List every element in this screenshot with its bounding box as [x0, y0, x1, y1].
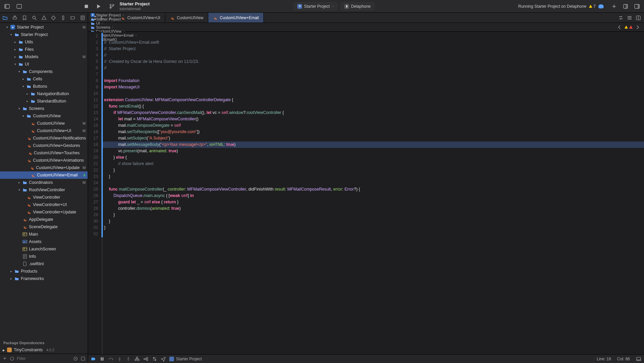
code-line[interactable]: guard let _ = self else { return }: [104, 199, 360, 205]
package-tinyconstraints[interactable]: ▸TinyConstraints4.0.2: [0, 346, 88, 354]
code-line[interactable]: // CustomUIView+Email.swift: [104, 39, 360, 46]
toggle-debug-area-button[interactable]: [636, 356, 641, 362]
stop-button[interactable]: [83, 3, 90, 10]
debug-process-chip[interactable]: Starter Project: [169, 357, 202, 361]
file-customuiview-update[interactable]: CustomUIView+UpdateM: [0, 164, 88, 171]
code-line[interactable]: mail.setMessageBody("<p>Your message!</p…: [101, 142, 644, 148]
jump-bar[interactable]: AStarter Project›Starter Project›UI›Scre…: [88, 23, 644, 32]
jump-seg-2[interactable]: UI›: [91, 21, 137, 25]
code-line[interactable]: // Created by Oscar de la Hera Gomez on …: [104, 58, 360, 65]
report-navigator-tab[interactable]: [79, 14, 86, 22]
debug-view-button[interactable]: [134, 356, 140, 362]
code-line[interactable]: }: [104, 167, 360, 173]
file-tree[interactable]: ▾AStarter ProjectM▾Starter Project▸Utils…: [0, 23, 88, 338]
file-viewcontroller-update[interactable]: ViewController+Update: [0, 208, 88, 216]
code-line[interactable]: extension CustomUIView: MFMailComposeVie…: [104, 97, 360, 103]
code-line[interactable]: // Starter Project: [104, 46, 360, 52]
environment-overrides-button[interactable]: [152, 356, 157, 362]
step-over-button[interactable]: [108, 356, 114, 362]
folder-buttons[interactable]: ▾Buttons: [0, 83, 88, 90]
folder-files[interactable]: ▸Files: [0, 46, 88, 53]
editor-swap-button[interactable]: [617, 14, 625, 22]
folder-models[interactable]: ▸ModelsM: [0, 53, 88, 61]
folder-standardbutton[interactable]: ▸StandardButton: [0, 97, 88, 105]
editor-options-button[interactable]: [626, 14, 633, 22]
run-button[interactable]: [95, 3, 102, 10]
code-line[interactable]: } else {: [104, 154, 360, 161]
file-scenedelegate[interactable]: SceneDelegate: [0, 223, 88, 231]
memory-graph-button[interactable]: [143, 356, 148, 362]
file-main[interactable]: Main: [0, 231, 88, 238]
jump-seg-3[interactable]: Screens›: [91, 25, 137, 29]
file-starter-project[interactable]: ▾AStarter ProjectM: [0, 24, 88, 31]
folder-navigationbutton[interactable]: ▸NavigationButton: [0, 90, 88, 97]
code-line[interactable]: [104, 71, 360, 78]
file-appdelegate[interactable]: AppDelegate: [0, 216, 88, 223]
file-info[interactable]: Info: [0, 253, 88, 260]
file-customuiview-notifications[interactable]: CustomUIView+Notifications: [0, 134, 88, 142]
code-line[interactable]: //: [104, 65, 360, 71]
code-line[interactable]: }: [104, 218, 360, 225]
code-line[interactable]: }: [104, 173, 360, 180]
code-line[interactable]: }: [104, 212, 360, 218]
scheme-selector[interactable]: ⚙︎ Starter Project ›: [294, 2, 337, 10]
folder-screens[interactable]: ▾Screens: [0, 105, 88, 112]
code-line[interactable]: //: [104, 33, 360, 39]
file-customuiview-email[interactable]: CustomUIView+EmailA: [0, 171, 88, 179]
file-viewcontroller[interactable]: ViewController: [0, 194, 88, 201]
scm-filter-button[interactable]: [80, 356, 86, 361]
folder-ui[interactable]: ▾UI: [0, 61, 88, 68]
editor-tab-customuiview-email[interactable]: CustomUIView+Email: [208, 13, 264, 23]
jump-seg-1[interactable]: Starter Project›: [91, 17, 137, 21]
step-into-button[interactable]: [117, 356, 122, 362]
breakpoint-navigator-tab[interactable]: [70, 14, 76, 22]
editor-tab-customuiview[interactable]: CustomUIView: [165, 13, 208, 23]
prev-issue-button[interactable]: [616, 24, 623, 31]
code-line[interactable]: controller.dismiss(animated: true): [104, 205, 360, 212]
folder-customuiview[interactable]: ▾CustomUIView: [0, 112, 88, 120]
code-line[interactable]: import MessageUI: [104, 84, 360, 90]
branch-indicator[interactable]: [108, 3, 116, 10]
code-line[interactable]: func sendEmail() {: [104, 103, 360, 110]
source-control-navigator-tab[interactable]: [12, 14, 18, 22]
code-line[interactable]: if MFMailComposeViewController.canSendMa…: [104, 110, 360, 116]
folder-starter-project[interactable]: ▾Starter Project: [0, 31, 88, 38]
add-filter-button[interactable]: ＋: [2, 356, 7, 361]
filter-input[interactable]: [17, 356, 71, 361]
device-selector[interactable]: ▮ Delaphone: [341, 2, 374, 10]
editor-split-button[interactable]: [635, 14, 642, 22]
file-customuiview-animations[interactable]: CustomUIView+Animations: [0, 157, 88, 164]
code-line[interactable]: let mail = MFMailComposeViewController(): [104, 116, 360, 122]
add-editor-button[interactable]: [610, 3, 618, 10]
project-navigator-tab[interactable]: [2, 14, 8, 22]
code-line[interactable]: [104, 231, 360, 237]
toggle-bottom-panel-button[interactable]: [15, 3, 23, 10]
code-line[interactable]: mail.mailComposeDelegate = self: [104, 122, 360, 129]
file-customuiview-touches[interactable]: CustomUIView+Touches: [0, 149, 88, 157]
code-line[interactable]: func mailComposeController(_ controller:…: [104, 186, 360, 193]
code-line[interactable]: mail.setSubject("A Subject"): [104, 135, 360, 142]
code-line[interactable]: //: [104, 52, 360, 58]
toggle-inspector-button[interactable]: [633, 3, 641, 10]
test-navigator-tab[interactable]: [50, 14, 57, 22]
recent-filter-button[interactable]: [73, 356, 78, 361]
pause-button[interactable]: [99, 356, 105, 362]
simulate-location-button[interactable]: [161, 356, 166, 362]
file--swiftlint[interactable]: .swiftlint: [0, 260, 88, 268]
library-button[interactable]: [622, 3, 629, 10]
folder-utils[interactable]: ▸Utils: [0, 38, 88, 46]
code-line[interactable]: DispatchQueue.main.async { [weak self] i…: [104, 193, 360, 199]
folder-products[interactable]: ▸Products: [0, 268, 88, 275]
jump-seg-0[interactable]: AStarter Project›: [91, 13, 137, 17]
toggle-sidebar-button[interactable]: [3, 3, 11, 10]
file-assets[interactable]: Assets: [0, 238, 88, 245]
step-out-button[interactable]: [126, 356, 131, 362]
file-customuiview[interactable]: CustomUIViewM: [0, 120, 88, 127]
scope-filter-button[interactable]: [9, 356, 15, 361]
file-customuiview-gestures[interactable]: CustomUIView+Gestures: [0, 142, 88, 149]
find-navigator-tab[interactable]: [31, 14, 37, 22]
toggle-breakpoints-button[interactable]: [91, 356, 96, 362]
code-editor[interactable]: 1234567891011121314151617181920212223242…: [88, 32, 644, 354]
code-line[interactable]: [104, 180, 360, 186]
code-line[interactable]: }: [104, 225, 360, 231]
